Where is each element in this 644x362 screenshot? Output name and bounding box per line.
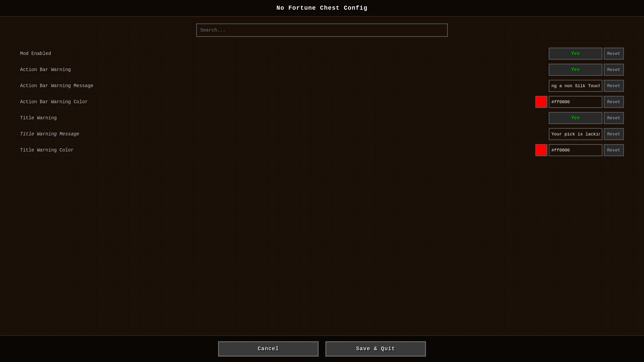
config-controls-title-warning-message: Reset [549, 128, 624, 140]
config-row-title-warning-color: Title Warning ColorReset [20, 143, 624, 157]
config-controls-mod-enabled: YesReset [549, 48, 624, 60]
save-quit-button[interactable]: Save & Quit [325, 341, 426, 357]
toggle-btn-title-warning[interactable]: Yes [549, 112, 602, 124]
color-swatch-title-warning-color[interactable] [535, 144, 547, 156]
reset-btn-title-warning[interactable]: Reset [604, 112, 624, 124]
config-row-action-bar-warning-message: Action Bar Warning MessageReset [20, 79, 624, 93]
bottom-bar: Cancel Save & Quit [0, 335, 644, 362]
cancel-button[interactable]: Cancel [218, 341, 319, 357]
text-input-action-bar-warning-message[interactable] [549, 80, 602, 92]
color-swatch-action-bar-warning-color[interactable] [535, 96, 547, 108]
toggle-btn-mod-enabled[interactable]: Yes [549, 48, 602, 60]
reset-btn-action-bar-warning[interactable]: Reset [604, 64, 624, 76]
config-label-title-warning-color: Title Warning Color [20, 147, 121, 153]
config-row-title-warning: Title WarningYesReset [20, 111, 624, 125]
search-input[interactable] [196, 23, 448, 37]
config-label-title-warning-message: Title Warning Message [20, 131, 121, 137]
config-controls-title-warning-color: Reset [535, 144, 624, 156]
reset-btn-mod-enabled[interactable]: Reset [604, 48, 624, 60]
config-rows-container: Mod EnabledYesResetAction Bar WarningYes… [20, 47, 624, 157]
config-controls-action-bar-warning-color: Reset [535, 96, 624, 108]
toggle-btn-action-bar-warning[interactable]: Yes [549, 64, 602, 76]
config-controls-action-bar-warning-message: Reset [549, 80, 624, 92]
config-controls-action-bar-warning: YesReset [549, 64, 624, 76]
config-row-mod-enabled: Mod EnabledYesReset [20, 47, 624, 60]
top-bar: No Fortune Chest Config [0, 0, 644, 17]
config-label-action-bar-warning-color: Action Bar Warning Color [20, 99, 121, 105]
reset-btn-action-bar-warning-message[interactable]: Reset [604, 80, 624, 92]
config-controls-title-warning: YesReset [549, 112, 624, 124]
reset-btn-action-bar-warning-color[interactable]: Reset [604, 96, 624, 108]
reset-btn-title-warning-message[interactable]: Reset [604, 128, 624, 140]
reset-btn-title-warning-color[interactable]: Reset [604, 144, 624, 156]
config-label-action-bar-warning-message: Action Bar Warning Message [20, 83, 121, 88]
config-row-action-bar-warning-color: Action Bar Warning ColorReset [20, 95, 624, 109]
config-label-mod-enabled: Mod Enabled [20, 51, 121, 56]
config-row-title-warning-message: Title Warning MessageReset [20, 127, 624, 141]
config-label-action-bar-warning: Action Bar Warning [20, 67, 121, 72]
text-input-title-warning-message[interactable] [549, 128, 602, 140]
color-hex-input-title-warning-color[interactable] [549, 144, 602, 156]
config-label-title-warning: Title Warning [20, 115, 121, 121]
main-content: Mod EnabledYesResetAction Bar WarningYes… [0, 17, 644, 335]
window-title: No Fortune Chest Config [276, 5, 367, 11]
config-row-action-bar-warning: Action Bar WarningYesReset [20, 63, 624, 76]
search-container [20, 23, 624, 37]
color-hex-input-action-bar-warning-color[interactable] [549, 96, 602, 108]
